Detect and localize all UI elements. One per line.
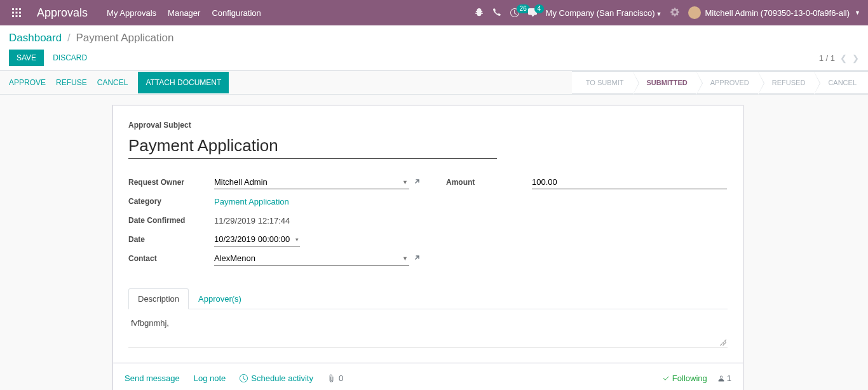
nav-right: 26 4 My Company (San Francisco)▼ Mitchel…: [475, 6, 860, 19]
user-icon: [717, 375, 725, 382]
breadcrumb-current: Payment Application: [76, 32, 173, 44]
status-cancel[interactable]: Cancel: [814, 71, 868, 94]
nav-menu-configuration[interactable]: Configuration: [212, 8, 261, 18]
status-approved[interactable]: Approved: [696, 71, 758, 94]
tabs: Description Approver(s): [128, 288, 728, 309]
amount-label: Amount: [446, 178, 532, 187]
status-bar: Approve Refuse Cancel Attach Document To…: [0, 71, 868, 95]
nav-menu: My Approvals Manager Configuration: [107, 8, 261, 18]
category-value[interactable]: Payment Application: [214, 197, 289, 206]
svg-rect-7: [16, 15, 18, 17]
svg-rect-5: [19, 12, 21, 14]
save-button[interactable]: Save: [9, 50, 44, 66]
description-content[interactable]: fvfbgnmhj,: [128, 309, 728, 347]
amount-input[interactable]: [532, 175, 727, 189]
breadcrumb: Dashboard / Payment Application: [9, 32, 859, 44]
nav-menu-my-approvals[interactable]: My Approvals: [107, 8, 156, 18]
phone-icon[interactable]: [492, 8, 501, 18]
svg-rect-6: [12, 15, 14, 17]
date-dropdown[interactable]: ▾: [294, 236, 300, 243]
attachment-count[interactable]: 0: [327, 373, 343, 383]
pager: 1 / 1 ❮ ❯: [819, 53, 859, 63]
schedule-activity-link[interactable]: Schedule activity: [240, 373, 313, 383]
svg-rect-8: [19, 15, 21, 17]
pager-prev[interactable]: ❮: [840, 53, 847, 63]
resize-handle[interactable]: [719, 338, 726, 346]
chat-badge: 4: [534, 4, 545, 13]
top-navbar: Approvals My Approvals Manager Configura…: [0, 0, 868, 25]
cancel-button[interactable]: Cancel: [97, 78, 128, 87]
contact-dropdown[interactable]: ▼: [401, 255, 409, 262]
nav-menu-manager[interactable]: Manager: [168, 8, 200, 18]
app-name[interactable]: Approvals: [37, 6, 88, 20]
bug-icon[interactable]: [475, 8, 484, 18]
tab-description[interactable]: Description: [128, 288, 189, 309]
approve-button[interactable]: Approve: [9, 78, 46, 87]
following-button[interactable]: Following: [662, 373, 707, 383]
check-icon: [662, 375, 670, 382]
date-input[interactable]: [214, 232, 294, 246]
avatar: [688, 6, 701, 19]
attach-document-button[interactable]: Attach Document: [138, 72, 229, 93]
gear-icon[interactable]: [670, 8, 679, 18]
refuse-button[interactable]: Refuse: [56, 78, 87, 87]
send-message-link[interactable]: Send message: [125, 373, 180, 383]
form-sheet: Approval Subject Request Owner ▼ Categor…: [112, 105, 743, 363]
clock-icon: [240, 374, 248, 382]
form-right-column: Amount: [446, 175, 728, 271]
user-menu[interactable]: Mitchell Admin (709350-13-0-0fa9f6-all) …: [688, 6, 860, 19]
category-label: Category: [128, 197, 214, 206]
svg-rect-3: [12, 12, 14, 14]
log-note-link[interactable]: Log note: [194, 373, 226, 383]
control-bar: Dashboard / Payment Application Save Dis…: [0, 25, 868, 71]
status-steps: To Submit Submitted Approved Refused Can…: [572, 71, 868, 94]
contact-label: Contact: [128, 254, 214, 263]
clock-icon[interactable]: 26: [510, 8, 519, 17]
date-confirmed-label: Date Confirmed: [128, 216, 214, 225]
request-owner-input[interactable]: [214, 175, 401, 189]
contact-input[interactable]: [214, 252, 401, 265]
svg-rect-1: [16, 8, 18, 10]
date-confirmed-value: 11/29/2019 12:17:44: [214, 216, 290, 225]
discard-button[interactable]: Discard: [50, 50, 90, 66]
request-owner-dropdown[interactable]: ▼: [401, 179, 409, 185]
followers-count[interactable]: 1: [717, 373, 731, 383]
chat-icon[interactable]: 4: [528, 8, 537, 17]
pager-next[interactable]: ❯: [852, 53, 859, 63]
date-label: Date: [128, 235, 214, 244]
request-owner-label: Request Owner: [128, 178, 214, 187]
status-to-submit[interactable]: To Submit: [572, 71, 633, 94]
svg-rect-0: [12, 8, 14, 10]
sheet-wrapper: Approval Subject Request Owner ▼ Categor…: [0, 95, 868, 390]
svg-rect-2: [19, 8, 21, 10]
breadcrumb-root[interactable]: Dashboard: [9, 32, 62, 44]
svg-rect-4: [16, 12, 18, 14]
subject-label: Approval Subject: [128, 121, 728, 130]
paperclip-icon: [327, 374, 336, 382]
company-selector[interactable]: My Company (San Francisco)▼: [546, 8, 662, 18]
tab-approvers[interactable]: Approver(s): [189, 288, 251, 309]
form-left-column: Request Owner ▼ Category Payment Applica…: [128, 175, 421, 271]
chatter: Send message Log note Schedule activity …: [112, 363, 743, 390]
request-owner-external-link-icon[interactable]: [413, 178, 421, 187]
contact-external-link-icon[interactable]: [413, 254, 421, 264]
pager-text: 1 / 1: [819, 53, 835, 63]
status-submitted[interactable]: Submitted: [633, 71, 696, 94]
status-refused[interactable]: Refused: [758, 71, 815, 94]
apps-icon[interactable]: [8, 8, 25, 17]
subject-input[interactable]: [128, 133, 497, 159]
